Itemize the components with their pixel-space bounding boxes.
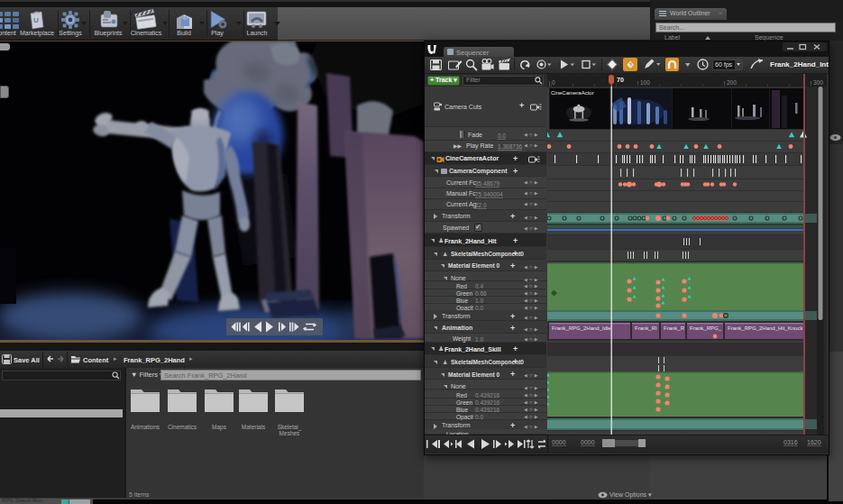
svg-text:300: 300 (813, 79, 823, 86)
svg-text:200: 200 (727, 79, 737, 86)
svg-text:Frank_R: Frank_R (664, 325, 685, 331)
svg-text:Frank_RPG_2Hand_Idle: Frank_RPG_2Hand_Idle (552, 325, 611, 331)
svg-text:Frank_RI: Frank_RI (635, 325, 657, 331)
svg-text:100: 100 (640, 79, 650, 86)
svg-text:CineCameraActor: CineCameraActor (551, 90, 594, 96)
svg-text:Frank_RPG_2Hand_Hit_Knock: Frank_RPG_2Hand_Hit_Knock (728, 325, 803, 331)
svg-text:Frank_RPG_: Frank_RPG_ (690, 325, 722, 331)
svg-text:0: 0 (552, 79, 555, 86)
svg-text:U: U (33, 16, 39, 24)
svg-text:70: 70 (617, 77, 624, 83)
